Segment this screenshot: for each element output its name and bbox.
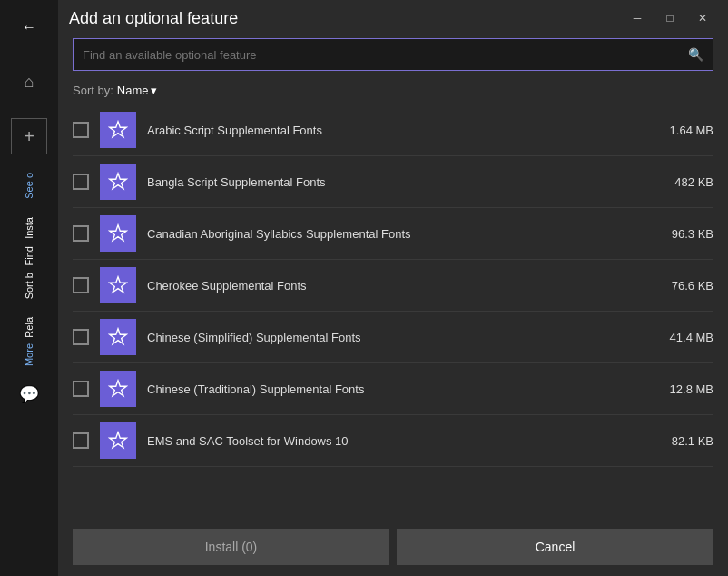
feature-icon: [100, 267, 136, 303]
feature-name: Canadian Aboriginal Syllabics Supplement…: [147, 227, 639, 241]
add-icon: +: [24, 126, 34, 147]
titlebar: Add an optional feature ─ □ ✕: [58, 0, 728, 29]
footer: Install (0) Cancel: [58, 518, 728, 576]
find-text: Find: [24, 246, 34, 265]
sort-chevron-icon: ▾: [151, 84, 157, 97]
sort-value-label: Name: [117, 84, 149, 97]
feature-item: Canadian Aboriginal Syllabics Supplement…: [73, 208, 713, 260]
feature-checkbox[interactable]: [73, 277, 89, 293]
feature-item: Cherokee Supplemental Fonts 76.6 KB: [73, 260, 713, 312]
feature-icon: [100, 215, 136, 252]
feature-item: Arabic Script Supplemental Fonts 1.64 MB: [73, 104, 713, 156]
search-box: 🔍: [73, 38, 713, 71]
feature-icon: [100, 112, 136, 148]
search-input[interactable]: [83, 48, 688, 62]
feature-checkbox[interactable]: [73, 122, 89, 138]
chat-icon[interactable]: 💬: [19, 384, 39, 404]
feature-list: Arabic Script Supplemental Fonts 1.64 MB…: [58, 104, 728, 518]
feature-size: 12.8 MB: [650, 382, 713, 396]
search-icon: 🔍: [688, 47, 703, 62]
home-button[interactable]: ⌂: [11, 64, 47, 100]
feature-checkbox[interactable]: [73, 432, 89, 449]
feature-size: 1.64 MB: [650, 124, 713, 137]
more-text[interactable]: More: [24, 343, 34, 366]
close-button[interactable]: ✕: [688, 7, 717, 29]
feature-item: Chinese (Traditional) Supplemental Fonts…: [73, 363, 713, 415]
feature-item: Bangla Script Supplemental Fonts 482 KB: [73, 156, 713, 208]
sidebar: ← ⌂ + See o Insta Find Sort b Rela More …: [0, 0, 58, 576]
back-button[interactable]: ←: [11, 9, 47, 45]
main-panel: Add an optional feature ─ □ ✕ 🔍 Sort by:…: [58, 0, 728, 576]
see-other-text[interactable]: See o: [24, 173, 34, 199]
feature-icon: [100, 371, 136, 407]
minimize-button[interactable]: ─: [623, 7, 652, 29]
window-controls: ─ □ ✕: [623, 7, 717, 29]
install-text: Insta: [24, 217, 34, 239]
feature-size: 76.6 KB: [650, 279, 713, 293]
dialog-title: Add an optional feature: [69, 9, 238, 28]
feature-icon: [100, 164, 136, 200]
feature-icon: [100, 422, 136, 459]
feature-name: Chinese (Traditional) Supplemental Fonts: [147, 382, 639, 396]
related-text: Rela: [24, 317, 34, 338]
feature-item: EMS and SAC Toolset for Windows 10 82.1 …: [73, 415, 713, 467]
feature-name: Cherokee Supplemental Fonts: [147, 279, 639, 293]
feature-name: EMS and SAC Toolset for Windows 10: [147, 434, 639, 448]
feature-checkbox[interactable]: [73, 381, 89, 397]
home-icon: ⌂: [25, 73, 34, 92]
install-button[interactable]: Install (0): [73, 529, 389, 565]
sort-bar: Sort by: Name ▾: [58, 80, 728, 104]
feature-size: 41.4 MB: [650, 331, 713, 344]
feature-name: Chinese (Simplified) Supplemental Fonts: [147, 331, 639, 344]
feature-checkbox[interactable]: [73, 225, 89, 242]
back-icon: ←: [22, 19, 36, 35]
sort-prefix: Sort by:: [73, 84, 113, 97]
feature-item: Chinese (Simplified) Supplemental Fonts …: [73, 312, 713, 363]
feature-size: 82.1 KB: [650, 434, 713, 448]
feature-icon: [100, 319, 136, 355]
search-container: 🔍: [58, 29, 728, 80]
add-button[interactable]: +: [11, 118, 47, 154]
feature-name: Arabic Script Supplemental Fonts: [147, 124, 639, 137]
sort-dropdown[interactable]: Name ▾: [117, 84, 158, 97]
feature-checkbox[interactable]: [73, 329, 89, 345]
sort-text: Sort b: [24, 273, 34, 299]
feature-name: Bangla Script Supplemental Fonts: [147, 175, 639, 189]
feature-checkbox[interactable]: [73, 174, 89, 190]
maximize-button[interactable]: □: [655, 7, 684, 29]
feature-size: 482 KB: [650, 175, 713, 189]
cancel-button[interactable]: Cancel: [397, 529, 713, 565]
feature-size: 96.3 KB: [650, 227, 713, 241]
